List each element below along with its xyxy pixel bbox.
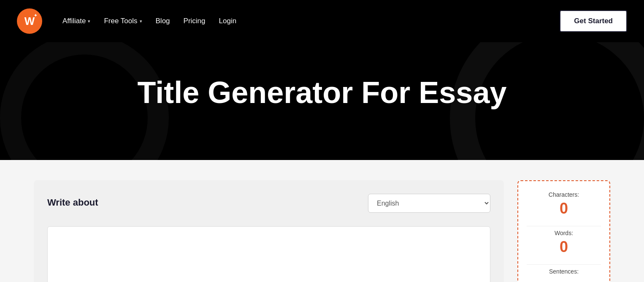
nav-item-blog[interactable]: Blog	[156, 17, 170, 25]
language-select[interactable]: English Spanish French German Italian Po…	[368, 194, 490, 213]
nav-item-pricing[interactable]: Pricing	[184, 17, 206, 25]
words-label: Words:	[527, 230, 601, 236]
characters-label: Characters:	[527, 191, 601, 198]
sentences-stat: Sentences:	[527, 268, 601, 275]
chevron-down-icon: ▾	[140, 19, 142, 24]
stat-divider-1	[527, 226, 601, 226]
words-value: 0	[527, 238, 601, 256]
content-area: Write about English Spanish French Germa…	[0, 160, 644, 282]
sentences-label: Sentences:	[527, 268, 601, 275]
chevron-down-icon: ▾	[88, 19, 90, 24]
nav-label-affiliate: Affiliate	[62, 17, 86, 25]
nav-item-affiliate[interactable]: Affiliate ▾	[62, 17, 90, 25]
nav-label-pricing: Pricing	[184, 17, 206, 25]
hero-title: Title Generator For Essay	[17, 76, 627, 109]
nav-label-blog: Blog	[156, 17, 170, 25]
characters-value: 0	[527, 200, 601, 217]
words-stat: Words: 0	[527, 230, 601, 256]
nav-label-login: Login	[219, 17, 237, 25]
logo-button[interactable]: W	[17, 8, 42, 34]
main-textarea[interactable]	[47, 226, 490, 282]
nav-item-free-tools[interactable]: Free Tools ▾	[104, 17, 142, 25]
nav-links: Affiliate ▾ Free Tools ▾ Blog Pricing Lo…	[62, 17, 560, 25]
nav-label-free-tools: Free Tools	[104, 17, 137, 25]
logo-icon: W	[24, 15, 35, 28]
stats-box: Characters: 0 Words: 0 Sentences:	[517, 180, 610, 282]
write-box: Write about English Spanish French Germa…	[34, 180, 504, 282]
hero-section: Title Generator For Essay	[0, 42, 644, 160]
get-started-button[interactable]: Get Started	[560, 10, 627, 32]
navbar: W Affiliate ▾ Free Tools ▾ Blog Pricing …	[0, 0, 644, 42]
nav-item-login[interactable]: Login	[219, 17, 237, 25]
characters-stat: Characters: 0	[527, 191, 601, 217]
write-about-label: Write about	[47, 197, 98, 208]
stat-divider-2	[527, 264, 601, 265]
